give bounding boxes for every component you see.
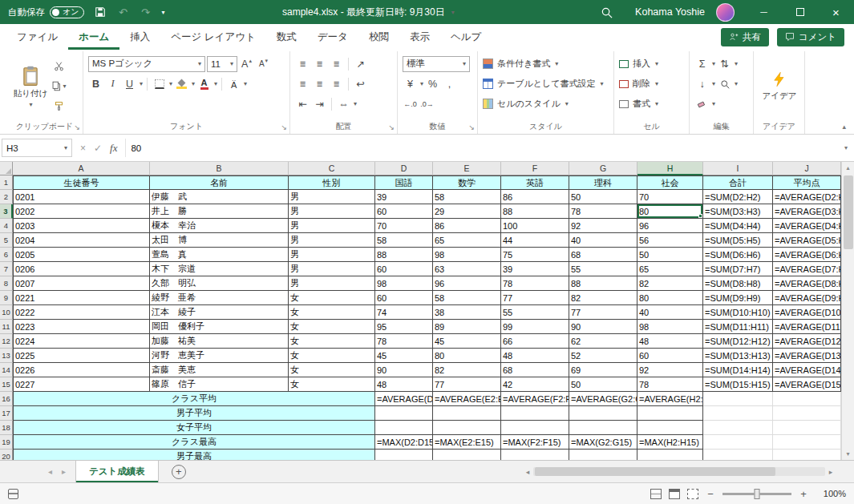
row-header-12[interactable]: 12 [0, 334, 13, 349]
row-header-3[interactable]: 3 [0, 204, 13, 219]
format-as-table-button[interactable]: テーブルとして書式設定 ▾ [483, 74, 609, 94]
cell-F13[interactable]: 48 [501, 349, 569, 363]
zoom-level[interactable]: 100% [816, 489, 846, 498]
cell-B9[interactable]: 綾野 亜希 [150, 291, 289, 305]
save-icon[interactable] [94, 6, 107, 18]
cell-G20[interactable] [569, 450, 637, 460]
cell-F20[interactable] [501, 450, 569, 460]
cell-C1[interactable]: 性別 [289, 175, 375, 190]
cell-B15[interactable]: 篠原 信子 [150, 377, 289, 392]
column-header-F[interactable]: F [501, 162, 569, 175]
cell-E9[interactable]: 58 [433, 291, 501, 305]
number-format-select[interactable]: 標準 ▾ [403, 56, 470, 72]
cell-F15[interactable]: 42 [501, 377, 569, 392]
comments-button[interactable]: コメント [777, 28, 844, 46]
cell-C4[interactable]: 男 [289, 219, 375, 233]
cell-A14[interactable]: 0226 [13, 363, 150, 377]
cell-J7[interactable]: =AVERAGE(D7:H7) [773, 262, 841, 276]
cell-styles-button[interactable]: セルのスタイル ▾ [483, 94, 609, 114]
cell-F8[interactable]: 78 [501, 276, 569, 291]
cell-F5[interactable]: 44 [501, 233, 569, 248]
cell-B6[interactable]: 萱島 真 [150, 248, 289, 262]
cell-D6[interactable]: 88 [375, 248, 433, 262]
sort-filter-dropdown-icon[interactable]: ▾ [735, 60, 738, 67]
cell-B8[interactable]: 久部 明弘 [150, 276, 289, 291]
cell-E14[interactable]: 82 [433, 363, 501, 377]
cell-H10[interactable]: 40 [637, 305, 703, 320]
cell-I8[interactable]: =SUM(D8:H8) [703, 276, 773, 291]
cell-C6[interactable]: 男 [289, 248, 375, 262]
bold-button[interactable]: B [88, 76, 103, 92]
sheet-next-icon[interactable]: ▸ [62, 467, 66, 476]
cell-A11[interactable]: 0223 [13, 320, 150, 334]
cell-E8[interactable]: 96 [433, 276, 501, 291]
cell-I10[interactable]: =SUM(D10:H10) [703, 305, 773, 320]
font-size-select[interactable]: 11 ▾ [207, 56, 237, 72]
borders-button[interactable] [152, 76, 167, 92]
column-header-H[interactable]: H [637, 162, 703, 175]
autosum-button[interactable]: Σ [694, 56, 710, 72]
fill-color-button[interactable] [174, 76, 189, 92]
cell-I14[interactable]: =SUM(D14:H14) [703, 363, 773, 377]
cell-A15[interactable]: 0227 [13, 377, 150, 392]
delete-cells-button[interactable]: 削除 ▾ [619, 74, 684, 94]
cell-styles-dropdown-icon[interactable]: ▾ [565, 100, 569, 107]
qat-customize-icon[interactable]: ▾ [161, 9, 164, 16]
top-align-button[interactable]: ≡ [295, 56, 310, 72]
new-sheet-button[interactable]: + [172, 465, 186, 479]
cell-D18[interactable] [375, 421, 433, 435]
cell-D12[interactable]: 78 [375, 334, 433, 349]
zoom-slider[interactable] [722, 493, 791, 495]
cell-H1[interactable]: 社会 [637, 175, 703, 190]
cell-J16[interactable] [773, 392, 841, 406]
decrease-indent-button[interactable]: ⇤ [295, 96, 310, 112]
cell-H4[interactable]: 96 [637, 219, 703, 233]
cell-J6[interactable]: =AVERAGE(D6:H6) [773, 248, 841, 262]
cell-J9[interactable]: =AVERAGE(D9:H9) [773, 291, 841, 305]
cell-E16[interactable]: =AVERAGE(E2:E15) [433, 392, 501, 406]
cell-F19[interactable]: =MAX(F2:F15) [501, 435, 569, 450]
cell-F12[interactable]: 66 [501, 334, 569, 349]
cell-G2[interactable]: 50 [569, 190, 637, 204]
cell-D20[interactable] [375, 450, 433, 460]
cell-E17[interactable] [433, 406, 501, 421]
cell-E15[interactable]: 77 [433, 377, 501, 392]
cell-E20[interactable] [433, 450, 501, 460]
cell-E5[interactable]: 65 [433, 233, 501, 248]
column-header-J[interactable]: J [773, 162, 841, 175]
cell-F2[interactable]: 86 [501, 190, 569, 204]
title-dropdown-icon[interactable]: ▾ [451, 9, 455, 16]
cell-E12[interactable]: 45 [433, 334, 501, 349]
cell-H2[interactable]: 70 [637, 190, 703, 204]
cell-E1[interactable]: 数学 [433, 175, 501, 190]
cell-I20[interactable] [703, 450, 773, 460]
orientation-button[interactable]: ↗ [353, 56, 368, 72]
cell-A9[interactable]: 0221 [13, 291, 150, 305]
cell-E18[interactable] [433, 421, 501, 435]
alignment-dialog-launcher-icon[interactable]: ↘ [388, 124, 395, 131]
cell-G18[interactable] [569, 421, 637, 435]
cell-F17[interactable] [501, 406, 569, 421]
fill-button[interactable]: ↓ [694, 76, 710, 92]
cell-I12[interactable]: =SUM(D12:H12) [703, 334, 773, 349]
column-header-G[interactable]: G [569, 162, 637, 175]
format-cells-button[interactable]: 書式 ▾ [619, 94, 684, 114]
cell-I17[interactable] [703, 406, 773, 421]
row-header-1[interactable]: 1 [0, 175, 13, 190]
increase-indent-button[interactable]: ⇥ [312, 96, 327, 112]
row-header-13[interactable]: 13 [0, 349, 13, 363]
decrease-font-size-button[interactable]: A▾ [256, 56, 271, 72]
clear-button[interactable] [694, 96, 710, 112]
cell-A18[interactable]: 女子平均 [13, 421, 375, 435]
cell-G15[interactable]: 50 [569, 377, 637, 392]
scroll-right-icon[interactable]: ▸ [825, 468, 836, 476]
conditional-formatting-dropdown-icon[interactable]: ▾ [555, 60, 558, 67]
ribbon-tab-page-layout[interactable]: ページ レイアウト [160, 24, 266, 50]
cell-A8[interactable]: 0207 [13, 276, 150, 291]
cut-button[interactable] [51, 58, 67, 74]
cell-J10[interactable]: =AVERAGE(D10:H10) [773, 305, 841, 320]
enter-entry-icon[interactable]: ✓ [94, 143, 102, 154]
search-icon[interactable] [601, 6, 613, 18]
formula-input[interactable]: 80 [126, 139, 838, 157]
bottom-align-button[interactable]: ≡ [329, 56, 344, 72]
